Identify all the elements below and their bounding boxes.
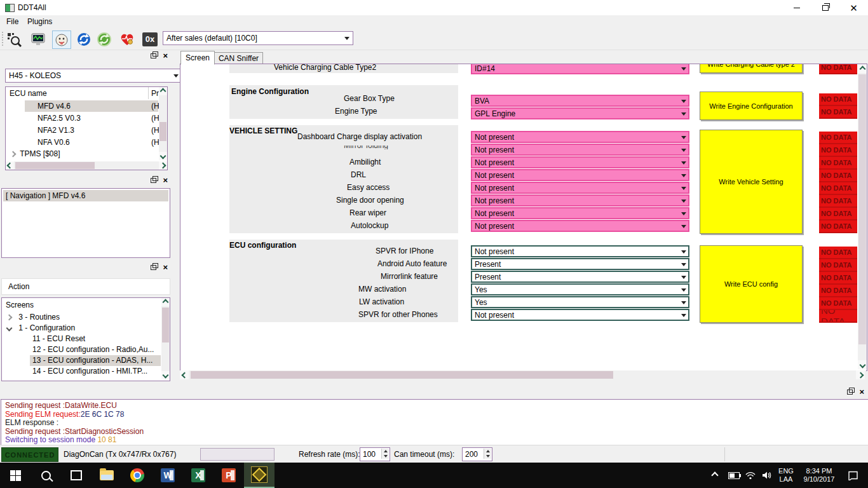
menu-plugins[interactable]: Plugins — [27, 17, 52, 26]
screen-view-button[interactable] — [29, 30, 47, 48]
ecu-config-select[interactable]: Present — [471, 258, 689, 270]
tree-item-ecu-config-radio[interactable]: 12 - ECU configuration - Radio,Au... — [32, 345, 154, 354]
language-indicator[interactable]: ENGLAA — [775, 463, 797, 488]
expand-icon[interactable] — [6, 315, 13, 321]
scroll-up-icon[interactable] — [858, 64, 867, 73]
taskbar-search-button[interactable] — [31, 463, 61, 488]
scroll-down-icon[interactable] — [858, 360, 867, 369]
vehicle-select[interactable]: H45 - KOLEOS — [5, 69, 182, 83]
scroll-down-icon[interactable] — [159, 152, 167, 160]
write-engine-config-button[interactable]: Write Engine Configuration — [700, 92, 803, 120]
powerpoint-button[interactable]: P — [214, 463, 244, 488]
network-status[interactable] — [742, 463, 759, 488]
ecu-config-select[interactable]: Yes — [471, 283, 689, 295]
scroll-right-icon[interactable] — [856, 370, 865, 379]
tree-item-ecu-reset[interactable]: 11 - ECU Reset — [32, 334, 85, 343]
write-charging-cable-button[interactable]: Write Charging Cable type 2 — [700, 64, 803, 73]
tree-item-routines[interactable]: 3 - Routines — [7, 313, 60, 322]
collapse-icon[interactable] — [6, 325, 13, 332]
ecu-config-select[interactable]: Not present — [471, 245, 689, 257]
close-button[interactable]: ✕ — [839, 0, 868, 15]
close-panel-icon[interactable]: × — [163, 53, 168, 59]
tree-vscrollbar[interactable] — [161, 298, 170, 379]
scroll-up-icon[interactable] — [161, 298, 170, 306]
scroll-down-icon[interactable] — [161, 371, 170, 379]
float-panel-icon[interactable] — [151, 265, 156, 270]
content-hscrollbar[interactable] — [180, 370, 866, 379]
vehicle-setting-select[interactable]: Not present — [471, 182, 689, 194]
zone-search-button[interactable] — [5, 30, 23, 48]
scroll-left-icon[interactable] — [6, 161, 14, 170]
float-panel-icon[interactable] — [847, 390, 853, 395]
expert-mode-button[interactable] — [52, 30, 71, 49]
tree-root-label[interactable]: Screens — [6, 301, 34, 309]
vehicle-setting-select[interactable]: Not present — [471, 220, 689, 232]
ecu-config-select[interactable]: Yes — [471, 296, 689, 308]
menu-file[interactable]: File — [6, 17, 18, 26]
scroll-thumb[interactable] — [15, 162, 95, 169]
table-row[interactable]: NFA2 V1.3 (H — [25, 125, 158, 136]
close-panel-icon[interactable]: × — [163, 177, 168, 184]
file-explorer-button[interactable] — [92, 463, 122, 488]
ddt4all-taskbar-button[interactable] — [244, 463, 275, 488]
scroll-thumb[interactable] — [191, 371, 613, 379]
tab-screen[interactable]: Screen — [180, 51, 215, 65]
table-row[interactable]: NFA2.5 V0.3 (H — [25, 112, 158, 124]
vehicle-setting-select[interactable]: Not present — [471, 131, 689, 143]
spin-down-icon[interactable] — [484, 454, 491, 459]
charging-cable-select[interactable]: ID#14 — [471, 64, 689, 74]
battery-status[interactable] — [726, 463, 742, 488]
scroll-left-icon[interactable] — [180, 370, 189, 379]
can-timeout-spinner[interactable]: 200 — [462, 447, 492, 461]
start-button[interactable] — [0, 463, 31, 488]
tray-expand-button[interactable] — [707, 463, 723, 488]
excel-button[interactable]: X — [183, 463, 214, 488]
minimize-button[interactable] — [782, 0, 811, 15]
tree-item-ecu-config-hmi[interactable]: 14 - ECU configuration - HMI.TP... — [32, 367, 147, 376]
navigation-item[interactable]: [ Navigation ] MFD v4.6 — [3, 190, 168, 201]
tree-item-ecu-config-adas[interactable]: 13 - ECU configuration - ADAS, H... — [30, 355, 161, 366]
spin-down-icon[interactable] — [381, 454, 389, 459]
close-panel-icon[interactable]: × — [163, 264, 168, 271]
ecu-config-select[interactable]: Not present — [471, 309, 689, 321]
ecu-hscrollbar[interactable] — [6, 161, 167, 170]
close-panel-icon[interactable]: × — [859, 389, 864, 395]
word-button[interactable]: W — [153, 463, 183, 488]
reload-ecu-button[interactable] — [95, 30, 113, 48]
ecu-vscrollbar[interactable] — [159, 87, 167, 160]
ecu-config-select[interactable]: Present — [471, 271, 689, 283]
session-profile-select[interactable]: After sales (default) [10C0] — [163, 31, 353, 45]
vehicle-setting-select[interactable]: Not present — [471, 194, 689, 207]
vehicle-setting-select[interactable]: Not present — [471, 169, 689, 181]
expand-icon[interactable] — [10, 151, 17, 158]
spin-up-icon[interactable] — [381, 449, 389, 454]
scroll-thumb[interactable] — [159, 122, 166, 141]
vehicle-setting-select[interactable]: Not present — [471, 207, 689, 219]
scroll-thumb[interactable] — [162, 308, 169, 342]
gearbox-select[interactable]: BVA — [471, 95, 689, 107]
chrome-button[interactable] — [122, 463, 153, 488]
scroll-up-icon[interactable] — [159, 87, 167, 95]
spin-up-icon[interactable] — [484, 449, 491, 454]
vehicle-setting-select[interactable]: Not present — [471, 156, 689, 168]
clock[interactable]: 8:34 PM9/10/2017 — [798, 463, 840, 488]
vehicle-setting-select[interactable]: Not present — [471, 144, 689, 156]
scroll-right-icon[interactable] — [159, 161, 167, 170]
diagnostics-button[interactable] — [118, 30, 136, 48]
refresh-rate-spinner[interactable]: 100 — [360, 447, 390, 461]
hex-mode-button[interactable]: 0x — [141, 30, 159, 48]
content-vscrollbar[interactable] — [858, 64, 867, 369]
tab-can-sniffer[interactable]: CAN Sniffer — [214, 52, 263, 65]
write-vehicle-setting-button[interactable]: Write Vehicle Setting — [700, 130, 803, 234]
restore-button[interactable] — [811, 0, 839, 15]
task-view-button[interactable] — [61, 463, 92, 488]
tree-item-configuration[interactable]: 1 - Configuration — [7, 323, 75, 332]
write-ecu-config-button[interactable]: Write ECU config — [700, 245, 803, 323]
action-center-button[interactable] — [840, 463, 865, 488]
float-panel-icon[interactable] — [151, 53, 156, 58]
refresh-button[interactable] — [75, 30, 93, 48]
table-row[interactable]: MFD v4.6 (H — [25, 100, 158, 112]
scroll-thumb[interactable] — [858, 74, 866, 344]
engine-type-select[interactable]: GPL Engine — [471, 107, 689, 119]
float-panel-icon[interactable] — [151, 178, 156, 183]
